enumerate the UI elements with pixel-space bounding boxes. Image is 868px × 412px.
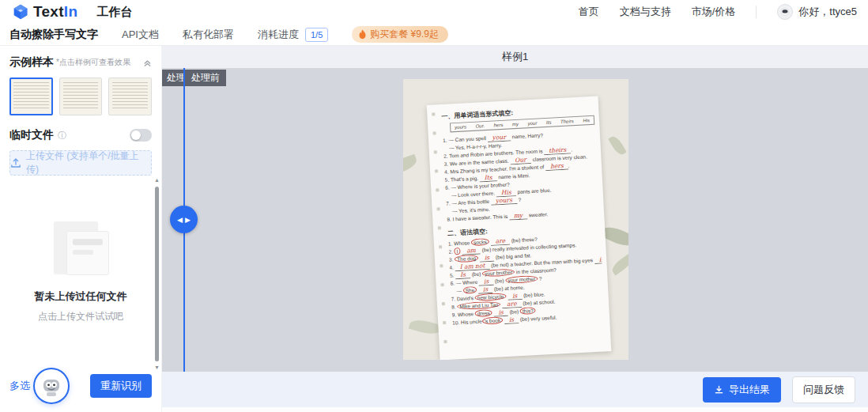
scroll-down-arrow[interactable]: ▼ <box>153 365 160 371</box>
scrollbar-thumb[interactable] <box>155 187 159 361</box>
samples-title: 示例样本 <box>9 55 54 70</box>
leaf-decoration <box>608 134 626 157</box>
promo-label: 购买套餐 ¥9.9起 <box>370 28 439 41</box>
word-bank-item: His <box>583 118 590 123</box>
word-bank-item: yours <box>455 124 466 130</box>
arrow-left-icon: ◀ <box>177 216 183 224</box>
flame-icon <box>358 29 367 40</box>
tab-private-deployment[interactable]: 私有化部署 <box>183 28 234 42</box>
compare-viewer: 一、用单词适当形式填空: yoursOur.hersmyyourItsTheir… <box>162 68 868 372</box>
empty-state: 暂未上传过任何文件 点击上传文件试试吧 <box>9 217 152 323</box>
user-menu[interactable]: 你好，ttyce5 <box>777 4 857 20</box>
word-bank-item: Its <box>546 120 552 125</box>
scroll-up-arrow[interactable]: ▲ <box>153 177 160 183</box>
nav-home[interactable]: 首页 <box>579 5 599 19</box>
upload-file-button[interactable]: 上传文件 (支持单个/批量上传) <box>9 150 152 176</box>
robot-icon <box>40 374 63 398</box>
label-before-processing: 处理前 <box>185 70 226 86</box>
empty-title: 暂未上传过任何文件 <box>9 289 152 304</box>
empty-illustration <box>43 217 119 280</box>
empty-hint: 点击上传文件试试吧 <box>9 310 152 323</box>
info-icon: ⓘ <box>58 130 66 142</box>
sidebar-scrollbar[interactable]: ▲ ▼ <box>153 177 160 371</box>
document-photo: 一、用单词适当形式填空: yoursOur.hersmyyourItsTheir… <box>403 79 628 360</box>
workspace-label: 工作台 <box>96 5 132 20</box>
worksheet-section1: 1. — Can you spell your name, Harry? — Y… <box>443 129 599 224</box>
word-bank-item: Theirs <box>560 119 574 124</box>
reidentify-button[interactable]: 重新识别 <box>90 374 152 398</box>
bottom-strip <box>162 407 868 412</box>
user-avatar <box>777 4 793 20</box>
tab-auto-erase-handwriting[interactable]: 自动擦除手写文字 <box>9 28 98 42</box>
worksheet-paper: 一、用单词适当形式填空: yoursOur.hersmyyourItsTheir… <box>427 96 612 360</box>
progress-label: 消耗进度 <box>258 28 299 42</box>
export-results-button[interactable]: 导出结果 <box>703 377 781 403</box>
tab-api-docs[interactable]: API文档 <box>122 28 159 42</box>
subnav: 自动擦除手写文字 API文档 私有化部署 消耗进度 1/5 购买套餐 ¥9.9起 <box>0 24 868 46</box>
worksheet-section2: 1. Whose socks are (be) these?2. I am (b… <box>448 232 605 327</box>
progress-badge: 1/5 <box>305 28 328 42</box>
arrow-right-icon: ▶ <box>185 216 191 224</box>
user-greeting: 你好，ttyce5 <box>798 5 857 19</box>
buy-package-button[interactable]: 购买套餐 ¥9.9起 <box>352 26 448 43</box>
leaf-decoration <box>409 317 443 337</box>
sample-thumbnail-3[interactable] <box>108 77 152 115</box>
label-after-processing: 处理后 <box>162 70 183 86</box>
leaf-decoration <box>403 154 419 176</box>
textin-workspace-app: TextIn 工作台 首页 文档与支持 市场/价格 你好，ttyce5 自动擦除… <box>0 0 868 412</box>
top-header: TextIn 工作台 首页 文档与支持 市场/价格 你好，ttyce5 <box>0 0 868 24</box>
sample-thumbnail-2[interactable] <box>59 77 103 115</box>
textin-cube-icon <box>13 4 28 20</box>
samples-hint: *点击样例可查看效果 <box>56 57 130 68</box>
sidebar: 示例样本 *点击样例可查看效果 临时文件 ⓘ 上传文件 (支持单个/批量上传) <box>0 46 162 412</box>
sample-title: 样例1 <box>162 46 868 68</box>
sample-thumbnail-1[interactable] <box>9 77 53 115</box>
temp-files-toggle[interactable] <box>130 129 152 142</box>
leaf-decoration <box>609 254 628 276</box>
main-panel: 样例1 一、用单词适当形式填空: yoursOur.hersmyyourItsT… <box>162 46 868 412</box>
temp-files-title: 临时文件 <box>9 128 54 142</box>
sample-thumbnails <box>9 77 152 115</box>
multiselect-link[interactable]: 多选 <box>9 379 30 393</box>
consumption-progress: 消耗进度 1/5 <box>258 28 328 42</box>
word-bank-item: my <box>512 122 519 127</box>
word-bank-item: Our. <box>475 123 485 129</box>
upload-label: 上传文件 (支持单个/批量上传) <box>26 149 151 176</box>
collapse-icon[interactable] <box>143 59 152 67</box>
feedback-button[interactable]: 问题反馈 <box>792 376 855 403</box>
word-bank-item: your <box>527 121 537 127</box>
export-label: 导出结果 <box>729 383 770 397</box>
nav-docs-support[interactable]: 文档与支持 <box>620 5 671 19</box>
compare-slider-handle[interactable]: ◀▶ <box>170 206 198 233</box>
assistant-robot-button[interactable] <box>33 368 70 404</box>
upload-icon <box>10 157 21 168</box>
download-icon <box>714 384 724 395</box>
bottom-action-bar: 导出结果 问题反馈 <box>162 372 868 407</box>
brand-name: TextIn <box>33 3 77 21</box>
word-bank-item: hers <box>493 123 503 128</box>
textin-logo[interactable]: TextIn <box>13 3 77 21</box>
header-divider <box>756 6 757 18</box>
nav-market-pricing[interactable]: 市场/价格 <box>692 5 736 19</box>
